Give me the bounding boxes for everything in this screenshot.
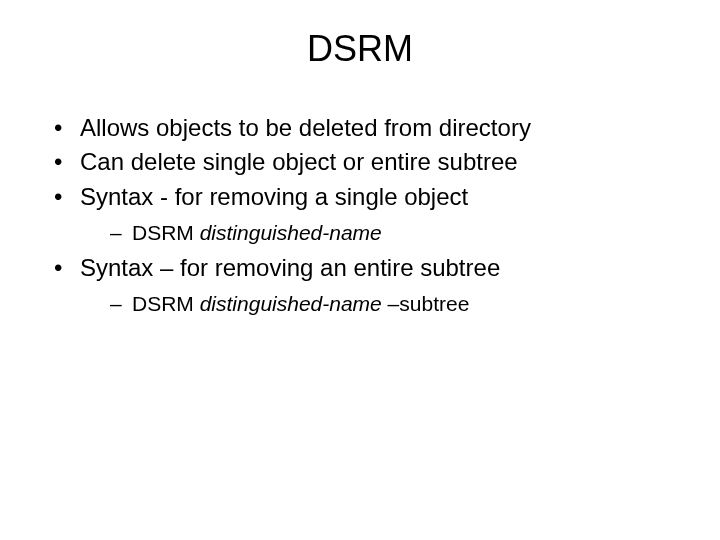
bullet-text: Syntax – for removing an entire subtree [80, 254, 500, 281]
bullet-text: Syntax - for removing a single object [80, 183, 468, 210]
list-item: Syntax - for removing a single object DS… [54, 181, 690, 248]
bullet-text: Can delete single object or entire subtr… [80, 148, 518, 175]
slide-title: DSRM [30, 28, 690, 70]
sub-list: DSRM distinguished-name –subtree [80, 290, 690, 318]
sub-list-item: DSRM distinguished-name –subtree [110, 290, 690, 318]
sub-italic: distinguished-name [200, 221, 382, 244]
sub-prefix: DSRM [132, 221, 200, 244]
sub-list-item: DSRM distinguished-name [110, 219, 690, 247]
bullet-text: Allows objects to be deleted from direct… [80, 114, 531, 141]
sub-suffix: –subtree [382, 292, 470, 315]
list-item: Syntax – for removing an entire subtree … [54, 252, 690, 319]
list-item: Can delete single object or entire subtr… [54, 146, 690, 178]
sub-list: DSRM distinguished-name [80, 219, 690, 247]
bullet-list: Allows objects to be deleted from direct… [30, 112, 690, 318]
list-item: Allows objects to be deleted from direct… [54, 112, 690, 144]
sub-italic: distinguished-name [200, 292, 382, 315]
sub-prefix: DSRM [132, 292, 200, 315]
